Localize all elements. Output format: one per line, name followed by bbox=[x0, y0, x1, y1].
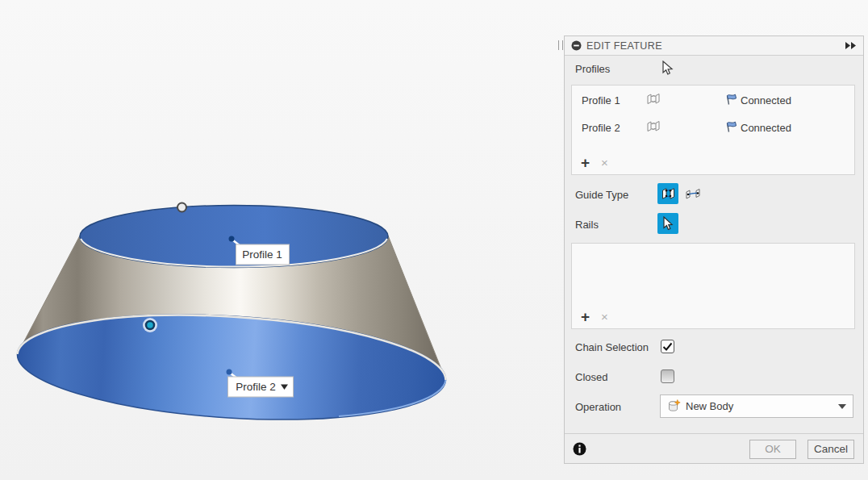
ok-button[interactable]: OK bbox=[749, 440, 796, 459]
closed-checkbox[interactable] bbox=[661, 369, 674, 383]
rails-listbox: + × bbox=[571, 243, 855, 329]
dialog-header[interactable]: EDIT FEATURE bbox=[565, 36, 863, 56]
guide-type-rails-button[interactable] bbox=[657, 183, 678, 204]
selected-rail-point[interactable] bbox=[146, 321, 154, 329]
profile-sketch-icon bbox=[646, 92, 661, 106]
guide-rails-icon bbox=[661, 186, 676, 201]
profile-row-2[interactable]: Profile 2 Connected bbox=[572, 113, 854, 140]
profile-row-name: Profile 1 bbox=[582, 94, 643, 106]
dialog-drag-grip-icon[interactable] bbox=[558, 40, 563, 50]
profile-row-1[interactable]: Profile 1 Connected bbox=[572, 86, 854, 113]
profile-row-status: Connected bbox=[741, 94, 791, 106]
closed-label: Closed bbox=[575, 371, 607, 383]
profile2-tag-label: Profile 2 bbox=[236, 381, 276, 393]
remove-profile-button[interactable]: × bbox=[601, 156, 608, 169]
mouse-cursor-icon bbox=[662, 61, 674, 76]
chain-selection-checkbox[interactable] bbox=[661, 340, 674, 353]
profiles-listbox: Profile 1 Connected Profi bbox=[571, 85, 855, 175]
profile1-tag[interactable]: Profile 1 bbox=[236, 244, 290, 265]
guide-centerline-icon bbox=[685, 187, 701, 201]
profile1-point[interactable] bbox=[229, 236, 235, 242]
application-canvas: Profile 1 Profile 2 EDIT FEATURE Profile… bbox=[0, 0, 868, 480]
edit-feature-dialog: EDIT FEATURE Profiles Profile 1 bbox=[564, 35, 864, 464]
dropdown-caret-icon bbox=[838, 404, 846, 409]
rails-label: Rails bbox=[575, 219, 599, 231]
rails-select-button[interactable] bbox=[657, 213, 678, 234]
dialog-title: EDIT FEATURE bbox=[586, 40, 662, 52]
cancel-button[interactable]: Cancel bbox=[807, 440, 854, 459]
chain-selection-label: Chain Selection bbox=[575, 341, 649, 353]
connected-flag-icon bbox=[724, 93, 738, 106]
profile-row-status: Connected bbox=[741, 122, 791, 134]
profile2-tag[interactable]: Profile 2 bbox=[228, 377, 294, 397]
operation-label: Operation bbox=[575, 401, 621, 413]
connected-flag-icon bbox=[724, 120, 738, 133]
info-icon[interactable] bbox=[573, 442, 586, 456]
model-viewport[interactable]: Profile 1 Profile 2 bbox=[0, 0, 563, 480]
operation-dropdown[interactable]: New Body bbox=[660, 394, 853, 418]
guide-type-centerline-button[interactable] bbox=[683, 184, 703, 203]
profile1-tag-label: Profile 1 bbox=[242, 248, 282, 261]
footer-divider bbox=[565, 433, 863, 434]
profiles-section-label: Profiles bbox=[575, 63, 610, 75]
new-body-icon bbox=[667, 399, 681, 413]
guide-type-label: Guide Type bbox=[575, 189, 628, 201]
checkmark-icon bbox=[662, 342, 673, 352]
profile-sketch-icon bbox=[646, 119, 661, 133]
add-rail-button[interactable]: + bbox=[581, 311, 590, 323]
collapse-circle-icon[interactable] bbox=[571, 40, 582, 51]
loft-rail-handle[interactable] bbox=[177, 203, 186, 212]
profile2-point[interactable] bbox=[227, 369, 232, 375]
select-cursor-icon bbox=[662, 216, 674, 231]
double-arrow-expand-icon[interactable] bbox=[845, 41, 857, 50]
operation-value: New Body bbox=[686, 400, 838, 412]
remove-rail-button[interactable]: × bbox=[601, 310, 608, 323]
profile-row-name: Profile 2 bbox=[582, 122, 643, 134]
add-profile-button[interactable]: + bbox=[581, 157, 590, 169]
